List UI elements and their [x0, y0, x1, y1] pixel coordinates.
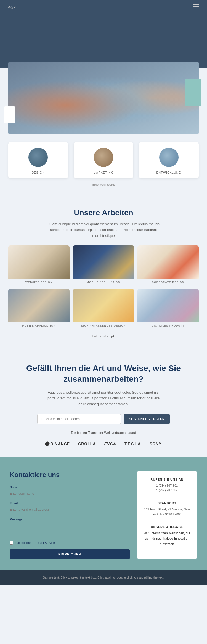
works-section: Unsere Arbeiten Quam quisque id diam vel… — [0, 197, 207, 349]
design-image — [28, 148, 48, 167]
service-circle-design — [28, 148, 48, 167]
contact-form-area: Kontaktiere uns Name Email Message I acc… — [10, 471, 130, 559]
hero-main-image — [8, 62, 199, 134]
portfolio-label-corporate: CORPORATE DESIGN — [137, 279, 199, 286]
cta-description: Faucibus a pellentesque sit amet porttit… — [46, 390, 161, 407]
hero-background — [0, 12, 207, 68]
contact-title: Kontaktiere uns — [10, 471, 130, 479]
submit-button[interactable]: EINREICHEN — [10, 549, 130, 559]
portfolio-label-website: WEBSITE DESIGN — [8, 279, 70, 286]
trust-text: Die besten Teams der Welt vertrauen dara… — [14, 431, 193, 435]
white-accent-block — [4, 106, 15, 123]
brand-binance: BINANCE — [45, 442, 70, 446]
footer: Sample text. Click to select the text bo… — [0, 570, 207, 585]
terms-link[interactable]: Terms of Service — [32, 541, 55, 544]
service-label-entwicklung: ENTWICKLUNG — [156, 171, 181, 174]
marketing-image — [94, 148, 113, 167]
portfolio-label-digital: DIGITALES PRODUKT — [137, 322, 199, 329]
cta-submit-button[interactable]: KOSTENLOS TESTEN — [124, 414, 170, 424]
info-divider-1 — [142, 498, 192, 498]
portfolio-item-corporate[interactable]: CORPORATE DESIGN — [137, 245, 199, 286]
form-group-email: Email — [10, 502, 130, 513]
info-divider-2 — [142, 522, 192, 522]
phone-numbers: 1 (234) 567-891 1 (234) 987-654 — [142, 483, 192, 493]
location-title: STANDORT — [142, 502, 192, 505]
checkbox-row: I accept the Terms of Service — [10, 541, 130, 545]
email-label: Email — [10, 502, 130, 505]
hero-people-image — [8, 62, 199, 134]
teal-accent-block — [185, 79, 201, 106]
portfolio-label-mobile: MOBILE APPLIKATION — [73, 279, 134, 286]
footer-text: Sample text. Click to select the text bo… — [8, 575, 199, 580]
portfolio-item-responsive[interactable]: SICH ANPASSENDES DESIGN — [73, 289, 134, 329]
hero-freepik-credit: Bilder von Freepik — [0, 183, 207, 186]
portfolio-img-corporate — [137, 245, 199, 279]
mission-text: Wir unterstützen Menschen, die sich für … — [142, 531, 192, 547]
portfolio-img-responsive — [73, 289, 134, 322]
portfolio-item-website[interactable]: WEBSITE DESIGN — [8, 245, 70, 286]
menu-icon[interactable] — [193, 4, 199, 8]
mission-title: UNSERE AUFGABE — [142, 525, 192, 529]
email-input[interactable] — [10, 506, 130, 513]
portfolio-item-mobile[interactable]: MOBILE APPLIKATION — [73, 245, 134, 286]
cta-title: Gefällt Ihnen die Art und Weise, wie Sie… — [14, 363, 193, 384]
hero-image-container — [8, 62, 199, 134]
brand-tesla: TESLA — [124, 442, 141, 446]
works-title: Unsere Arbeiten — [8, 208, 199, 217]
portfolio-img-website — [8, 245, 70, 279]
brand-crolla: CROLLA — [78, 442, 96, 446]
hero-section: DESIGN MARKETING ENTWICKLUNG Bilder von … — [0, 12, 207, 197]
service-card-marketing[interactable]: MARKETING — [74, 142, 134, 178]
portfolio-img-mobile2 — [8, 289, 70, 322]
works-freepik-credit: Bilder von Freepik — [8, 335, 199, 338]
portfolio-img-digital — [137, 289, 199, 322]
form-group-name: Name — [10, 486, 130, 497]
brand-sony: SONY — [150, 442, 162, 446]
service-card-entwicklung[interactable]: ENTWICKLUNG — [139, 142, 199, 178]
cta-section: Gefällt Ihnen die Art und Weise, wie Sie… — [0, 349, 207, 457]
checkbox-text: I accept the — [15, 541, 31, 544]
message-textarea[interactable] — [10, 522, 130, 536]
contact-inner: Kontaktiere uns Name Email Message I acc… — [10, 471, 197, 559]
terms-checkbox[interactable] — [10, 541, 13, 545]
portfolio-label-responsive: SICH ANPASSENDES DESIGN — [73, 322, 134, 329]
message-label: Message — [10, 518, 130, 521]
service-circle-marketing — [94, 148, 113, 167]
name-label: Name — [10, 486, 130, 489]
contact-section: Kontaktiere uns Name Email Message I acc… — [0, 457, 207, 570]
logo: logo — [8, 4, 15, 9]
form-group-message: Message — [10, 518, 130, 537]
service-label-design: DESIGN — [32, 171, 45, 174]
phone-title: RUFEN SIE UNS AN — [142, 478, 192, 481]
service-label-marketing: MARKETING — [94, 171, 114, 174]
location-text: 121 Rock Street, 21 Avenue, New York, NY… — [142, 507, 192, 517]
service-cards-container: DESIGN MARKETING ENTWICKLUNG — [8, 142, 199, 178]
brand-evga: EVGA — [104, 442, 116, 446]
entwicklung-image — [159, 148, 179, 167]
portfolio-item-mobile2[interactable]: MOBILE APPLIKATION — [8, 289, 70, 329]
portfolio-item-digital[interactable]: DIGITALES PRODUKT — [137, 289, 199, 329]
portfolio-grid: WEBSITE DESIGN MOBILE APPLIKATION CORPOR… — [8, 245, 199, 329]
works-description: Quam quisque id diam vel quam elementum.… — [46, 221, 161, 238]
portfolio-img-mobile — [73, 245, 134, 279]
header: logo — [0, 0, 207, 12]
contact-info-card: RUFEN SIE UNS AN 1 (234) 567-891 1 (234)… — [137, 471, 197, 559]
cta-email-input[interactable] — [37, 414, 121, 424]
cta-form: KOSTENLOS TESTEN — [37, 414, 170, 424]
binance-icon — [44, 441, 50, 447]
portfolio-label-mobile2: MOBILE APPLIKATION — [8, 322, 70, 329]
service-circle-entwicklung — [159, 148, 179, 167]
brands-row: BINANCE CROLLA EVGA TESLA SONY — [14, 442, 193, 446]
service-card-design[interactable]: DESIGN — [8, 142, 68, 178]
name-input[interactable] — [10, 490, 130, 497]
